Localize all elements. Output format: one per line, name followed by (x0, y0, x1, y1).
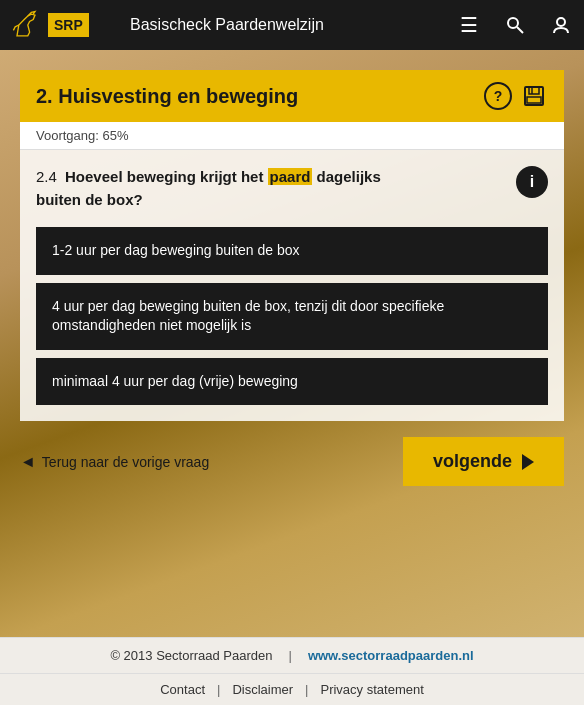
header-title: Basischeck Paardenwelzijn (120, 16, 446, 34)
header: SRP Basischeck Paardenwelzijn ☰ (0, 0, 584, 50)
save-icon (523, 85, 545, 107)
answer-option-1[interactable]: 1-2 uur per dag beweging buiten de box (36, 227, 548, 275)
next-arrow-icon (522, 454, 534, 470)
help-button[interactable]: ? (484, 82, 512, 110)
next-button[interactable]: volgende (403, 437, 564, 486)
section-header-icons: ? (484, 82, 548, 110)
footer-website-link[interactable]: www.sectorraadpaarden.nl (308, 648, 474, 663)
footer-divider-2: | (217, 682, 220, 697)
user-button[interactable] (538, 0, 584, 50)
horse-logo-icon (8, 7, 44, 43)
section-header: 2. Huisvesting en beweging ? (20, 70, 564, 122)
footer-disclaimer-link[interactable]: Disclaimer (232, 682, 293, 697)
back-label: Terug naar de vorige vraag (42, 454, 209, 470)
progress-area: Voortgang: 65% (20, 122, 564, 150)
footer-divider-3: | (305, 682, 308, 697)
footer-contact-link[interactable]: Contact (160, 682, 205, 697)
menu-button[interactable]: ☰ (446, 0, 492, 50)
search-icon (505, 15, 525, 35)
user-icon (551, 15, 571, 35)
progress-value: 65% (103, 128, 129, 143)
footer-divider-1: | (289, 648, 292, 663)
footer-nav: Contact | Disclaimer | Privacy statement (0, 673, 584, 705)
question-number: 2.4 (36, 168, 57, 185)
navigation-area: ◄ Terug naar de vorige vraag volgende (0, 421, 584, 502)
logo-area: SRP (0, 0, 120, 50)
footer: © 2013 Sectorraad Paarden | www.sectorra… (0, 637, 584, 705)
answer-option-3[interactable]: minimaal 4 uur per dag (vrije) beweging (36, 358, 548, 406)
answer-option-2[interactable]: 4 uur per dag beweging buiten de box, te… (36, 283, 548, 350)
main-content: 2. Huisvesting en beweging ? Voortgang: … (0, 50, 584, 421)
question-card: 2.4 Hoeveel beweging krijgt het paard da… (20, 150, 564, 421)
info-button[interactable]: i (516, 166, 548, 198)
save-button[interactable] (520, 82, 548, 110)
footer-main: © 2013 Sectorraad Paarden | www.sectorra… (0, 637, 584, 673)
search-button[interactable] (492, 0, 538, 50)
svg-rect-4 (529, 87, 539, 94)
svg-point-0 (508, 18, 518, 28)
srp-badge: SRP (48, 13, 89, 37)
footer-privacy-link[interactable]: Privacy statement (320, 682, 423, 697)
question-highlight: paard (268, 168, 313, 185)
section-title: 2. Huisvesting en beweging (36, 85, 298, 108)
next-label: volgende (433, 451, 512, 472)
footer-copyright: © 2013 Sectorraad Paarden (110, 648, 272, 663)
question-text: 2.4 Hoeveel beweging krijgt het paard da… (36, 166, 548, 211)
svg-point-2 (557, 18, 565, 26)
answer-options: 1-2 uur per dag beweging buiten de box 4… (36, 227, 548, 405)
question-strong-text: Hoeveel beweging krijgt het paard dageli… (36, 168, 381, 208)
back-arrow-icon: ◄ (20, 453, 36, 471)
header-icons: ☰ (446, 0, 584, 50)
back-button[interactable]: ◄ Terug naar de vorige vraag (20, 453, 209, 471)
progress-label: Voortgang: (36, 128, 99, 143)
svg-line-1 (517, 27, 523, 33)
svg-rect-5 (527, 97, 541, 103)
question-body: 2.4 Hoeveel beweging krijgt het paard da… (36, 166, 506, 211)
